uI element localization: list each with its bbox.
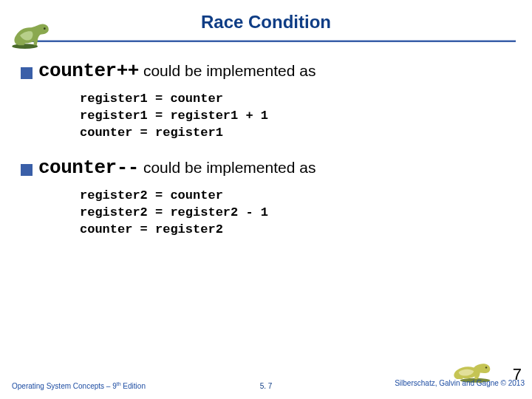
code-block-2: register2 = counter register2 = register… bbox=[80, 188, 511, 239]
title-rule bbox=[16, 40, 516, 42]
slide-title: Race Condition bbox=[0, 12, 532, 33]
footer-left: Operating System Concepts – 9th Edition bbox=[12, 381, 146, 390]
bullet-code-2: counter-- bbox=[38, 157, 139, 179]
dinosaur-icon bbox=[9, 21, 61, 50]
footer-left-b: Edition bbox=[121, 382, 146, 390]
bullet-item-1: counter++ could be implemented as bbox=[21, 60, 511, 82]
bullet-code-1: counter++ bbox=[38, 60, 139, 82]
bullet-text-2: could be implemented as bbox=[143, 159, 316, 177]
svg-point-1 bbox=[44, 27, 46, 30]
slide-body: counter++ could be implemented as regist… bbox=[0, 42, 532, 239]
bullet-item-2: counter-- could be implemented as bbox=[21, 157, 511, 179]
footer-center: 5. 7 bbox=[260, 382, 273, 390]
square-bullet-icon bbox=[21, 67, 33, 79]
slide: Race Condition counter++ could be implem… bbox=[0, 0, 532, 399]
footer-right: Silberschatz, Galvin and Gagne © 2013 bbox=[395, 379, 525, 387]
footer-left-a: Operating System Concepts – 9 bbox=[12, 382, 117, 390]
bullet-text-1: could be implemented as bbox=[143, 62, 316, 80]
slide-header: Race Condition bbox=[0, 0, 532, 42]
slide-footer: Operating System Concepts – 9th Edition … bbox=[0, 368, 532, 393]
square-bullet-icon bbox=[21, 164, 33, 176]
code-block-1: register1 = counter register1 = register… bbox=[80, 91, 511, 142]
